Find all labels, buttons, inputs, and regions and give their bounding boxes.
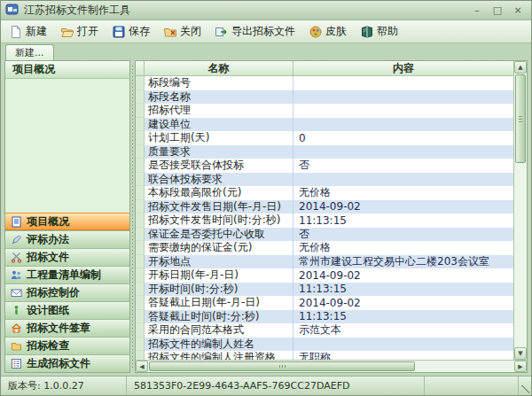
- resize-grip[interactable]: [519, 377, 531, 395]
- row-value-cell[interactable]: 2014-09-02: [293, 200, 513, 214]
- row-header-cell[interactable]: [136, 338, 145, 352]
- sidebar-nav-item[interactable]: 评标办法: [5, 230, 129, 248]
- row-value-cell[interactable]: 否: [293, 228, 513, 242]
- tab-new-document[interactable]: 新建...: [5, 44, 54, 60]
- row-header-cell[interactable]: [136, 186, 145, 200]
- table-row[interactable]: 标段名称: [136, 90, 513, 105]
- row-value-cell[interactable]: 2014-09-02: [293, 296, 513, 310]
- row-header-cell[interactable]: [136, 268, 145, 283]
- sidebar-nav-item[interactable]: 招标文件签章: [5, 319, 129, 337]
- row-header-cell[interactable]: [136, 145, 145, 159]
- table-row[interactable]: 答疑截止时间(时:分:秒) 11:13:15: [136, 310, 513, 324]
- row-value-cell[interactable]: 11:13:15: [293, 310, 513, 324]
- scroll-up-button[interactable]: ▲: [514, 61, 527, 74]
- sidebar-nav-item[interactable]: 招标文件: [5, 248, 129, 266]
- row-value-cell[interactable]: 2014-09-02: [293, 268, 513, 283]
- toolbar-button[interactable]: 帮助: [356, 22, 403, 41]
- table-row[interactable]: 招标文件发售时间(时:分:秒) 11:13:15: [136, 214, 513, 228]
- row-value-cell[interactable]: 示范文本: [293, 323, 513, 338]
- toolbar-button[interactable]: 关闭: [159, 22, 206, 41]
- table-row[interactable]: 标段编号: [136, 76, 513, 90]
- row-value-cell[interactable]: [293, 338, 513, 352]
- table-row[interactable]: 计划工期(天) 0: [136, 131, 513, 145]
- row-header-cell[interactable]: [136, 228, 145, 242]
- sidebar-splitter[interactable]: [130, 60, 135, 373]
- table-row[interactable]: 招标文件的编制人注册资格 无职称: [136, 351, 513, 360]
- table-row[interactable]: 招标文件发售日期(年-月-日) 2014-09-02: [136, 200, 513, 214]
- table-row[interactable]: 答疑截止日期(年-月-日) 2014-09-02: [136, 296, 513, 310]
- table-row[interactable]: 招标代理: [136, 104, 513, 118]
- column-header-name[interactable]: 名称: [145, 61, 293, 76]
- vertical-scroll-track[interactable]: [514, 164, 527, 347]
- row-value-cell[interactable]: 无职称: [293, 351, 513, 360]
- sidebar-nav-item[interactable]: 生成招标文件: [5, 354, 129, 372]
- row-value-cell[interactable]: 常州市建设工程交易中心二楼203会议室: [293, 255, 513, 269]
- row-value-cell[interactable]: 0: [293, 131, 513, 145]
- table-row[interactable]: 本标段最高限价(元) 无价格: [136, 186, 513, 200]
- scroll-left-button[interactable]: ◀: [136, 361, 148, 372]
- scroll-right-button[interactable]: ▶: [514, 361, 527, 372]
- table-row[interactable]: 质量要求: [136, 145, 513, 159]
- row-value-cell[interactable]: [293, 145, 513, 159]
- row-header-cell[interactable]: [136, 118, 145, 132]
- row-value-cell[interactable]: [293, 118, 513, 132]
- table-row[interactable]: 招标文件的编制人姓名: [136, 338, 513, 352]
- toolbar-button[interactable]: 皮肤: [304, 22, 351, 41]
- row-value-cell[interactable]: 无价格: [293, 241, 513, 255]
- row-header-cell[interactable]: [136, 296, 145, 310]
- vertical-scroll-thumb[interactable]: [515, 74, 526, 163]
- horizontal-scroll-track[interactable]: [416, 361, 514, 372]
- sidebar-nav-item[interactable]: 招标检查: [5, 337, 129, 354]
- row-header-cell[interactable]: [136, 351, 145, 360]
- sidebar-nav-item[interactable]: 设计图纸: [5, 301, 129, 319]
- row-header-cell[interactable]: [136, 241, 145, 255]
- row-header-cell[interactable]: [136, 255, 145, 269]
- row-header-cell[interactable]: [136, 173, 145, 187]
- row-value-cell[interactable]: [293, 90, 513, 105]
- table-row[interactable]: 保证金是否委托中心收取 否: [136, 228, 513, 242]
- tab-bar: 新建...: [1, 43, 531, 60]
- row-header-cell[interactable]: [136, 131, 145, 145]
- row-value-cell[interactable]: 无价格: [293, 186, 513, 200]
- minimize-button[interactable]: –: [469, 4, 485, 17]
- row-value-cell[interactable]: [293, 173, 513, 187]
- toolbar-button[interactable]: 打开: [56, 22, 103, 41]
- toolbar-button[interactable]: 新建: [4, 22, 51, 41]
- sidebar-nav-item[interactable]: 项目概况: [5, 213, 129, 230]
- row-value-cell[interactable]: 否: [293, 159, 513, 173]
- column-header-value[interactable]: 内容: [293, 61, 513, 76]
- row-header-cell[interactable]: [136, 90, 145, 105]
- row-header-cell[interactable]: [136, 323, 145, 338]
- table-row[interactable]: 需要缴纳的保证金(元) 无价格: [136, 241, 513, 255]
- maximize-button[interactable]: □: [489, 4, 505, 17]
- row-header-cell[interactable]: [136, 214, 145, 228]
- table-row[interactable]: 开标时间(时:分:秒) 11:13:15: [136, 283, 513, 297]
- table-row[interactable]: 是否接受联合体投标 否: [136, 159, 513, 173]
- table-row[interactable]: 建设单位: [136, 118, 513, 132]
- table-row[interactable]: 联合体投标要求: [136, 173, 513, 187]
- row-value-cell[interactable]: 11:13:15: [293, 214, 513, 228]
- table-row[interactable]: 采用的合同范本格式 示范文本: [136, 323, 513, 338]
- row-value-cell[interactable]: [293, 104, 513, 118]
- horizontal-scroll-thumb[interactable]: [149, 361, 415, 371]
- sidebar-nav-item[interactable]: 工程量清单编制: [5, 266, 129, 283]
- row-header-cell[interactable]: [136, 159, 145, 173]
- row-value-cell[interactable]: 11:13:15: [293, 283, 513, 297]
- toolbar-button[interactable]: 保存: [107, 22, 154, 41]
- row-header-cell[interactable]: [136, 200, 145, 214]
- table-row[interactable]: 开标地点 常州市建设工程交易中心二楼203会议室: [136, 255, 513, 269]
- row-value-cell[interactable]: [293, 76, 513, 90]
- vertical-scrollbar[interactable]: ▲ ▼: [513, 61, 527, 360]
- row-header-cell[interactable]: [136, 76, 145, 90]
- horizontal-scrollbar[interactable]: ◀ ▶: [136, 360, 527, 372]
- title-bar[interactable]: 江苏招标文件制作工具 – □ ×: [1, 1, 531, 20]
- close-button[interactable]: ×: [510, 4, 526, 17]
- table-row[interactable]: 开标日期(年-月-日) 2014-09-02: [136, 268, 513, 283]
- row-header-cell[interactable]: [136, 283, 145, 297]
- toolbar-button[interactable]: 导出招标文件: [210, 22, 300, 41]
- grid-header-row: 名称 内容: [136, 61, 513, 76]
- scroll-down-button[interactable]: ▼: [514, 347, 527, 360]
- sidebar-nav-item[interactable]: 招标控制价: [5, 283, 129, 301]
- row-header-cell[interactable]: [136, 310, 145, 324]
- row-header-cell[interactable]: [136, 104, 145, 118]
